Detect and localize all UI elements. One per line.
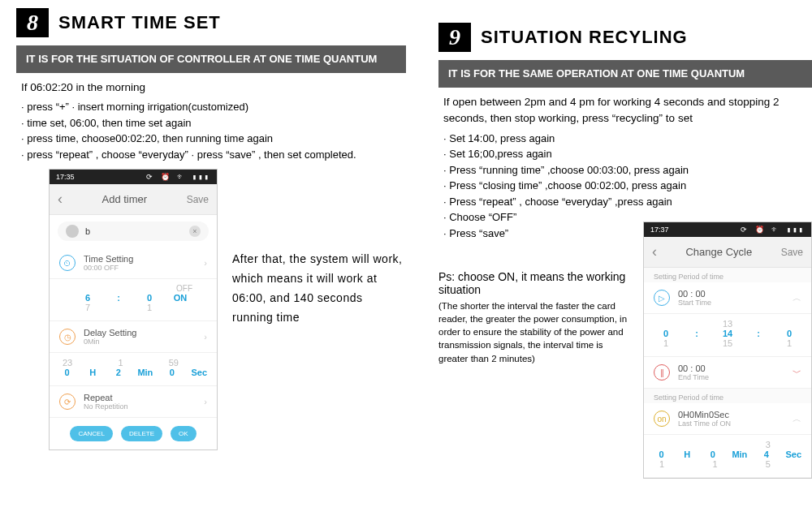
- status-time: 17:37: [650, 226, 669, 234]
- delay-setting-sub: 0Min: [84, 338, 196, 346]
- delete-button[interactable]: DELETE: [121, 426, 162, 441]
- ps-block: Ps: choose ON, it means the working situ…: [438, 221, 632, 479]
- navbar: ‹ Add timer Save: [50, 184, 217, 215]
- delay-setting-label: Delay Setting: [84, 328, 196, 338]
- start-time-label: Start Time: [678, 299, 784, 307]
- search-row[interactable]: b ×: [58, 221, 209, 241]
- nav-title: Add timer: [102, 193, 148, 205]
- clock-icon: ⏲: [59, 255, 76, 271]
- repeat-sub: No Repetition: [84, 402, 196, 411]
- start-time-row[interactable]: ▷ 00 : 00 Start Time: [644, 282, 811, 314]
- status-icons: ⟳ ⏰ ᯤ ▮▮▮: [741, 226, 805, 234]
- delay-setting-row[interactable]: ◷ Delay Setting 0Min ›: [50, 321, 217, 353]
- navbar: ‹ Change Cycle Save: [644, 237, 811, 268]
- chevron-right-icon: ›: [204, 332, 207, 342]
- on-icon: on: [654, 411, 670, 427]
- bullet: Set 14:00, press again: [443, 131, 812, 147]
- section-label-2: Setting Period of time: [644, 389, 811, 403]
- step-title: SMART TIME SET: [58, 12, 221, 33]
- ok-button[interactable]: OK: [171, 426, 197, 441]
- off-label: OFF: [176, 284, 192, 293]
- repeat-row[interactable]: ⟳ Repeat No Repetition ›: [50, 386, 217, 418]
- search-text: b: [85, 226, 90, 236]
- bullet: press “+” · insert morning irrigation(cu…: [21, 99, 406, 115]
- statusbar: 17:37 ⟳ ⏰ ᯤ ▮▮▮: [644, 222, 811, 237]
- bullet: press time, choose00:02:20, then running…: [21, 131, 406, 147]
- time-setting-label: Time Setting: [84, 254, 196, 264]
- start-picker[interactable]: 13 0 : 14 : 0 1 15 1: [644, 314, 811, 357]
- chevron-up-icon: [793, 413, 801, 425]
- cancel-button[interactable]: CANCEL: [70, 426, 112, 441]
- time-setting-sub: 00:00 OFF: [84, 264, 196, 272]
- grey-banner-9: IT IS FOR THE SAME OPERATION AT ONE TIME…: [438, 60, 812, 88]
- clear-icon[interactable]: ×: [189, 226, 201, 237]
- time-picker[interactable]: OFF 6 : 0 ON 7 1: [50, 279, 217, 321]
- statusbar: 17:35 ⟳ ⏰ ᯤ ▮▮▮: [50, 170, 217, 184]
- grey-banner-8: IT IS FOR THE SITUATION OF CONTROLLER AT…: [16, 45, 406, 73]
- play-icon: ▷: [654, 290, 670, 306]
- last-on-row[interactable]: on 0H0Min0Sec Last Time of ON: [644, 403, 811, 435]
- nav-title: Change Cycle: [685, 246, 752, 258]
- status-time: 17:35: [56, 173, 75, 181]
- step-number-badge: 9: [438, 23, 471, 52]
- section-9: 9 SITUATION RECYLING IT IS FOR THE SAME …: [438, 8, 812, 503]
- phone-mock-change-cycle: 17:37 ⟳ ⏰ ᯤ ▮▮▮ ‹ Change Cycle Save Sett…: [643, 221, 812, 479]
- after-text: After that, the system will work, which …: [232, 169, 406, 450]
- repeat-icon: ⟳: [59, 394, 76, 410]
- tag-icon: [66, 225, 79, 238]
- bullet: Press “repeat” , choose “everyday” ,pres…: [443, 194, 812, 210]
- end-time-label: End Time: [678, 373, 784, 381]
- bullet: Set 16;00,press again: [443, 146, 812, 162]
- last-on-sub: Last Time of ON: [678, 419, 784, 428]
- intro-text-9: If open between 2pm and 4 pm for working…: [443, 94, 812, 127]
- end-time-row[interactable]: ‖ 00 : 00 End Time: [644, 357, 811, 389]
- chevron-right-icon: ›: [204, 397, 207, 406]
- start-time-value: 00 : 00: [678, 289, 784, 299]
- step-number-badge: 8: [16, 8, 49, 37]
- step-header-9: 9 SITUATION RECYLING: [438, 23, 812, 52]
- repeat-label: Repeat: [84, 393, 196, 402]
- back-icon[interactable]: ‹: [58, 191, 63, 208]
- step-title: SITUATION RECYLING: [481, 27, 688, 48]
- time-setting-row[interactable]: ⏲ Time Setting 00:00 OFF ›: [50, 247, 217, 279]
- step-header-8: 8 SMART TIME SET: [16, 8, 406, 37]
- ps-subtext: (The shorter the interval the faster the…: [438, 299, 632, 364]
- delay-picker[interactable]: 23 1 59 0 H 2 Min 0 Sec: [50, 353, 217, 386]
- bullet: time set, 06:00, then time set again: [21, 115, 406, 131]
- ps-title: Ps: choose ON, it means the working situ…: [438, 270, 632, 296]
- end-time-value: 00 : 00: [678, 363, 784, 373]
- chevron-up-icon: [793, 292, 801, 304]
- section-8: 8 SMART TIME SET IT IS FOR THE SITUATION…: [16, 8, 406, 503]
- pause-icon: ‖: [654, 364, 670, 381]
- on-label: ON: [171, 293, 189, 303]
- bullet: Press “closing time” ,choose 00:02:00, p…: [443, 178, 812, 194]
- phone-mock-add-timer: 17:35 ⟳ ⏰ ᯤ ▮▮▮ ‹ Add timer Save b × ⏲ T…: [49, 169, 218, 450]
- last-picker[interactable]: 3 0 H 0 Min 4 Sec 1 1 5: [644, 435, 811, 478]
- button-row: CANCEL DELETE OK: [50, 418, 217, 449]
- intro-text-8: If 06:02:20 in the morning: [21, 80, 406, 96]
- bullet: Press “running time” ,choose 00:03:00, p…: [443, 162, 812, 178]
- save-button[interactable]: Save: [187, 194, 209, 205]
- section-label: Setting Period of time: [644, 268, 811, 282]
- chevron-down-icon: [793, 367, 801, 379]
- status-icons: ⟳ ⏰ ᯤ ▮▮▮: [146, 173, 210, 181]
- chevron-right-icon: ›: [204, 258, 207, 268]
- back-icon[interactable]: ‹: [652, 243, 657, 260]
- bullet: press “repeat” , choose “everyday” · pre…: [21, 147, 406, 163]
- last-on-label: 0H0Min0Sec: [678, 410, 784, 419]
- save-button[interactable]: Save: [781, 247, 803, 258]
- timer-icon: ◷: [59, 329, 76, 345]
